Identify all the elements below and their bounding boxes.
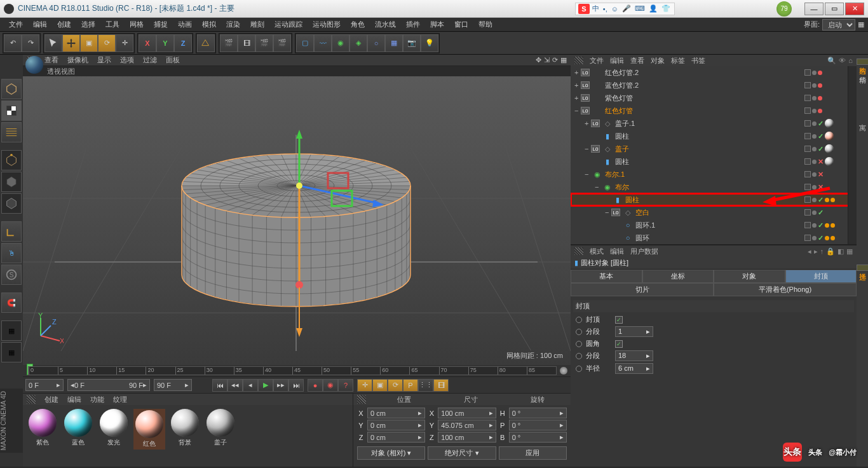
om-menu-objects[interactable]: 对象 xyxy=(651,56,665,65)
add-deformer[interactable]: ◈ xyxy=(349,34,367,52)
om-menu-tags[interactable]: 标签 xyxy=(671,56,685,65)
render-view[interactable]: 🎬 xyxy=(220,34,238,52)
object-tree[interactable]: + L0 红色灯管.2 + L0 蓝色灯管.2 + L0 紫色灯管 − L0 红… xyxy=(571,66,857,244)
attr-tab[interactable]: 坐标 xyxy=(642,270,714,283)
layout-select[interactable]: 启动 xyxy=(822,19,855,31)
tree-row[interactable]: ▮ 圆柱 ✕ xyxy=(571,155,857,168)
frame-end[interactable]: 90 F▸ xyxy=(154,379,192,391)
add-primitive[interactable]: ▢ xyxy=(296,34,314,52)
om-menu-file[interactable]: 文件 xyxy=(590,56,604,65)
filter-icon[interactable]: 👁 xyxy=(839,57,846,65)
ime-toolbar[interactable]: S 中 •, ☺ 🎤 ⌨ 👤 👕 xyxy=(575,3,675,15)
key-options[interactable]: 🎞 xyxy=(433,379,449,392)
vp-menu-view[interactable]: 查看 xyxy=(44,55,58,65)
menu-simulate[interactable]: 模拟 xyxy=(197,20,221,29)
move-tool[interactable] xyxy=(62,34,80,52)
key-rot[interactable]: ⟳ xyxy=(388,379,403,392)
frame-current[interactable]: ◂0 F90 F▸ xyxy=(67,379,150,391)
material-item[interactable]: 背景 xyxy=(169,409,201,447)
x-axis-lock[interactable]: X xyxy=(139,34,156,52)
material-item[interactable]: 蓝色 xyxy=(62,409,94,447)
tree-row[interactable]: + L0 红色灯管.2 xyxy=(571,66,857,79)
add-light[interactable]: 💡 xyxy=(421,34,438,52)
grip-icon[interactable] xyxy=(27,395,36,404)
y-axis-lock[interactable]: Y xyxy=(156,34,174,52)
attr-property[interactable]: 封顶✓ xyxy=(576,315,851,324)
axis-mode[interactable] xyxy=(1,221,22,242)
menu-select[interactable]: 选择 xyxy=(76,20,100,29)
redo-button[interactable]: ↷ xyxy=(22,34,39,52)
timeline-end-marker[interactable] xyxy=(559,366,568,375)
grip-icon[interactable] xyxy=(574,57,583,64)
key-scale[interactable]: ▣ xyxy=(372,379,388,392)
tree-row[interactable]: + L0 蓝色灯管.2 xyxy=(571,79,857,92)
om-menu-view[interactable]: 查看 xyxy=(630,56,644,65)
menu-edit[interactable]: 编辑 xyxy=(28,20,52,29)
menu-animate[interactable]: 动画 xyxy=(173,20,197,29)
add-environment[interactable]: ○ xyxy=(367,34,385,52)
snap-toggle[interactable]: S xyxy=(1,265,22,285)
goto-end[interactable]: ⏭ xyxy=(288,379,304,392)
add-generator[interactable]: ◉ xyxy=(332,34,349,52)
tree-row[interactable]: − ◉ 布尔 ✕ xyxy=(571,181,857,193)
minimize-button[interactable]: — xyxy=(804,3,824,15)
menu-file[interactable]: 文件 xyxy=(4,20,28,29)
menu-mograph[interactable]: 运动图形 xyxy=(308,20,346,29)
model-mode[interactable] xyxy=(1,100,22,121)
layout-icon[interactable]: ▦ xyxy=(858,20,864,29)
vp-nav-icon[interactable]: ⟳ xyxy=(552,56,558,64)
key-help[interactable]: ? xyxy=(338,379,353,392)
tree-row[interactable]: ▮ 圆柱 ✓ xyxy=(571,130,857,142)
key-param[interactable]: P xyxy=(403,379,418,392)
play-back[interactable]: ◂ xyxy=(243,379,258,392)
mat-menu-texture[interactable]: 纹理 xyxy=(113,395,127,404)
add-spline[interactable]: 〰 xyxy=(314,34,332,52)
coord-mode-btn[interactable]: 对象 (相对) ▾ xyxy=(357,446,425,460)
attr-tab[interactable]: 平滑着色(Phong) xyxy=(714,283,857,296)
make-editable[interactable] xyxy=(1,79,22,99)
vp-menu-cameras[interactable]: 摄像机 xyxy=(67,55,88,65)
frame-start[interactable]: 0 F▸ xyxy=(25,379,64,391)
menu-script[interactable]: 脚本 xyxy=(425,20,449,29)
workplane[interactable]: 🧲 xyxy=(1,292,22,313)
attr-tab[interactable]: 封顶 xyxy=(785,270,857,283)
render-settings[interactable]: 🎬 xyxy=(255,34,273,52)
planar-workplane[interactable]: ▦ xyxy=(1,342,22,362)
vp-menu-display[interactable]: 显示 xyxy=(97,55,111,65)
menu-tools[interactable]: 工具 xyxy=(100,20,125,29)
material-item[interactable]: 盖子 xyxy=(205,409,236,447)
mat-menu-create[interactable]: 创建 xyxy=(44,395,58,404)
search-icon[interactable]: 🔍 xyxy=(827,57,836,65)
autokey[interactable]: ◉ xyxy=(323,379,338,392)
tree-row[interactable]: − ◉ 布尔.1 ✕ xyxy=(571,168,857,181)
menu-help[interactable]: 帮助 xyxy=(473,20,498,29)
menu-plugins[interactable]: 插件 xyxy=(401,20,425,29)
tree-row[interactable]: − L0 ◇ 空白 ✓ xyxy=(571,206,857,219)
close-button[interactable]: ✕ xyxy=(845,3,864,15)
tree-row[interactable]: + L0 紫色灯管 xyxy=(571,92,857,104)
attr-property[interactable]: 分段18▸ xyxy=(576,350,851,361)
lock-workplane[interactable]: ▦ xyxy=(1,320,22,341)
attr-property[interactable]: 圆角✓ xyxy=(576,339,851,348)
menu-mesh[interactable]: 网格 xyxy=(125,20,149,29)
tree-row[interactable]: ○ 圆环 ✓ xyxy=(571,231,857,244)
tab-select[interactable]: 选择 xyxy=(857,265,869,271)
coord-system[interactable] xyxy=(197,34,215,52)
perspective-viewport[interactable]: Y X Z 网格间距 : 100 cm xyxy=(23,76,571,365)
attr-tab[interactable]: 切片 xyxy=(571,283,714,296)
menu-render[interactable]: 渲染 xyxy=(221,20,245,29)
mat-menu-edit[interactable]: 编辑 xyxy=(67,395,81,404)
material-item[interactable]: 红色 xyxy=(133,409,165,450)
scale-tool[interactable]: ▣ xyxy=(80,34,98,52)
menu-window[interactable]: 窗口 xyxy=(449,20,473,29)
vp-nav-icon[interactable]: ✥ xyxy=(536,56,541,64)
sogou-icon[interactable]: S xyxy=(578,4,590,14)
coord-apply-btn[interactable]: 应用 xyxy=(499,446,567,460)
point-mode[interactable] xyxy=(1,150,22,170)
scrollbar[interactable] xyxy=(848,66,857,244)
texture-mode[interactable] xyxy=(1,122,22,142)
om-menu-edit[interactable]: 编辑 xyxy=(610,56,624,65)
menu-create[interactable]: 创建 xyxy=(52,20,76,29)
tab-structure[interactable]: 构造 xyxy=(857,59,869,65)
timeline-ruler[interactable]: 051015202530354045505560657075808590 xyxy=(23,365,571,376)
